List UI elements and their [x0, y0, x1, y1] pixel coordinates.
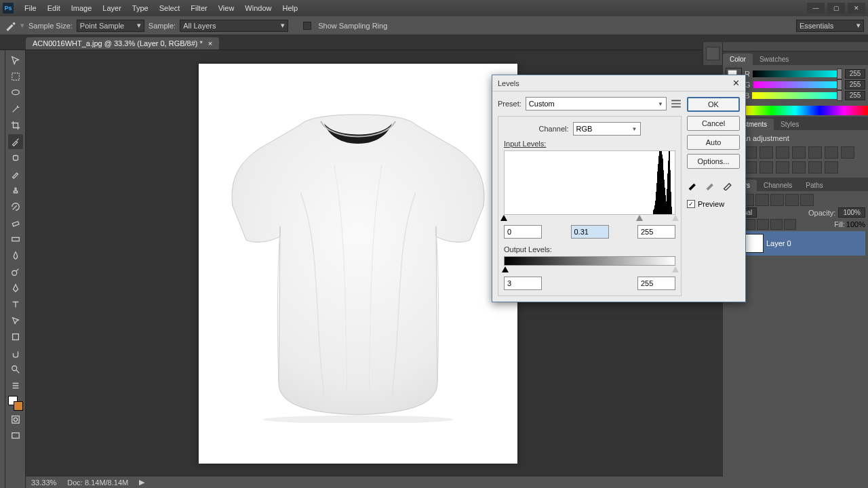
g-value[interactable]: 255 — [845, 80, 865, 89]
dialog-close-icon[interactable]: ✕ — [732, 78, 740, 88]
sample-black-eyedropper-icon[interactable] — [687, 178, 699, 190]
stamp-tool[interactable] — [8, 183, 23, 198]
preview-checkbox[interactable]: ✓ — [687, 200, 695, 208]
sample-select[interactable]: All Layers▾ — [180, 20, 288, 32]
menu-filter[interactable]: Filter — [185, 4, 212, 12]
color-swatches[interactable] — [8, 396, 23, 411]
menu-layer[interactable]: Layer — [97, 4, 127, 12]
blur-tool[interactable] — [8, 248, 23, 263]
edit-toolbar[interactable] — [8, 378, 23, 393]
maximize-button[interactable]: ▢ — [827, 3, 845, 14]
output-shadow-handle[interactable] — [502, 266, 509, 272]
marquee-tool[interactable] — [8, 69, 23, 84]
path-select-tool[interactable] — [8, 313, 23, 328]
opacity-value[interactable]: 100% — [838, 207, 865, 218]
status-arrow-icon[interactable]: ▶ — [139, 478, 144, 487]
layer-filter-smart-icon[interactable] — [800, 194, 814, 206]
zoom-tool[interactable] — [8, 362, 23, 377]
adj-bw-icon[interactable] — [825, 146, 838, 159]
output-highlight-handle[interactable] — [672, 266, 679, 272]
tab-swatches[interactable]: Swatches — [753, 54, 795, 65]
r-value[interactable]: 255 — [845, 69, 865, 79]
adj-invert-icon[interactable] — [760, 161, 773, 174]
fill-value[interactable]: 100% — [846, 220, 865, 228]
menu-view[interactable]: View — [213, 4, 240, 12]
adj-selective-color-icon[interactable] — [825, 161, 838, 174]
crop-tool[interactable] — [8, 118, 23, 133]
input-midtone-field[interactable]: 0.31 — [571, 225, 609, 239]
output-shadow-field[interactable]: 3 — [504, 277, 542, 290]
tab-color[interactable]: Color — [723, 54, 753, 65]
menu-help[interactable]: Help — [277, 4, 303, 12]
close-button[interactable]: ✕ — [848, 3, 865, 14]
canvas[interactable] — [199, 64, 517, 464]
adj-threshold-icon[interactable] — [792, 161, 806, 174]
move-tool[interactable] — [8, 53, 23, 68]
layer-filter-adj-icon[interactable] — [755, 194, 769, 206]
lock-pixels-icon[interactable] — [757, 219, 769, 230]
minimize-button[interactable]: — — [807, 3, 825, 14]
b-value[interactable]: 255 — [845, 91, 865, 100]
quickmask-tool[interactable] — [8, 412, 23, 427]
wand-tool[interactable] — [8, 102, 23, 117]
history-brush-tool[interactable] — [8, 199, 23, 214]
cancel-button[interactable]: Cancel — [687, 116, 740, 131]
screen-mode-tool[interactable] — [8, 428, 23, 443]
r-slider[interactable] — [753, 70, 842, 77]
input-highlight-field[interactable]: 255 — [637, 225, 675, 239]
show-sampling-ring-checkbox[interactable] — [303, 22, 311, 30]
lock-all-icon[interactable] — [784, 219, 796, 230]
adj-posterize-icon[interactable] — [776, 161, 789, 174]
midtone-handle[interactable] — [636, 215, 643, 221]
adj-gradient-map-icon[interactable] — [808, 161, 822, 174]
input-shadow-field[interactable]: 0 — [504, 225, 542, 239]
menu-type[interactable]: Type — [127, 4, 154, 12]
highlight-handle[interactable] — [672, 215, 679, 221]
layer-row[interactable]: 👁 Layer 0 — [726, 231, 865, 256]
preset-menu-icon[interactable] — [671, 98, 682, 109]
sample-size-select[interactable]: Point Sample▾ — [77, 20, 144, 32]
workspace-select[interactable]: Essentials▾ — [796, 20, 864, 32]
auto-button[interactable]: Auto — [687, 135, 740, 150]
b-slider[interactable] — [752, 92, 842, 99]
dodge-tool[interactable] — [8, 264, 23, 279]
eyedropper-tool[interactable] — [8, 134, 23, 149]
menu-file[interactable]: File — [19, 4, 42, 12]
menu-select[interactable]: Select — [154, 4, 186, 12]
gradient-tool[interactable] — [8, 232, 23, 247]
channel-select[interactable]: RGB▼ — [573, 122, 641, 136]
pen-tool[interactable] — [8, 281, 23, 296]
ok-button[interactable]: OK — [687, 97, 740, 112]
shadow-handle[interactable] — [500, 215, 507, 221]
document-tab[interactable]: ACN0016WHT_a.jpg @ 33.3% (Layer 0, RGB/8… — [26, 37, 219, 49]
layer-filter-shape-icon[interactable] — [785, 194, 799, 206]
healing-tool[interactable] — [8, 150, 23, 165]
preset-select[interactable]: Custom▼ — [526, 97, 667, 110]
shape-tool[interactable] — [8, 329, 23, 344]
adj-curves-icon[interactable] — [760, 146, 773, 159]
adj-vibrance-icon[interactable] — [792, 146, 806, 159]
menu-image[interactable]: Image — [66, 4, 98, 12]
adj-exposure-icon[interactable] — [776, 146, 789, 159]
options-button[interactable]: Options... — [687, 154, 740, 169]
sample-gray-eyedropper-icon[interactable] — [705, 178, 717, 190]
type-tool[interactable] — [8, 297, 23, 312]
brush-tool[interactable] — [8, 167, 23, 182]
history-panel-collapsed[interactable] — [703, 42, 723, 65]
adj-hue-icon[interactable] — [808, 146, 822, 159]
output-highlight-field[interactable]: 255 — [637, 277, 675, 290]
tab-styles[interactable]: Styles — [774, 119, 806, 130]
lock-position-icon[interactable] — [770, 219, 783, 230]
input-slider[interactable] — [504, 214, 675, 221]
layer-filter-type-icon[interactable] — [770, 194, 784, 206]
histogram[interactable] — [504, 150, 675, 215]
lasso-tool[interactable] — [8, 85, 23, 100]
menu-window[interactable]: Window — [239, 4, 277, 12]
g-slider[interactable] — [753, 81, 842, 88]
tab-paths[interactable]: Paths — [799, 180, 830, 191]
zoom-level[interactable]: 33.33% — [31, 479, 56, 487]
document-tab-close-icon[interactable]: × — [208, 39, 212, 47]
tab-channels[interactable]: Channels — [757, 180, 799, 191]
layer-name[interactable]: Layer 0 — [766, 239, 791, 247]
hand-tool[interactable] — [8, 346, 23, 361]
